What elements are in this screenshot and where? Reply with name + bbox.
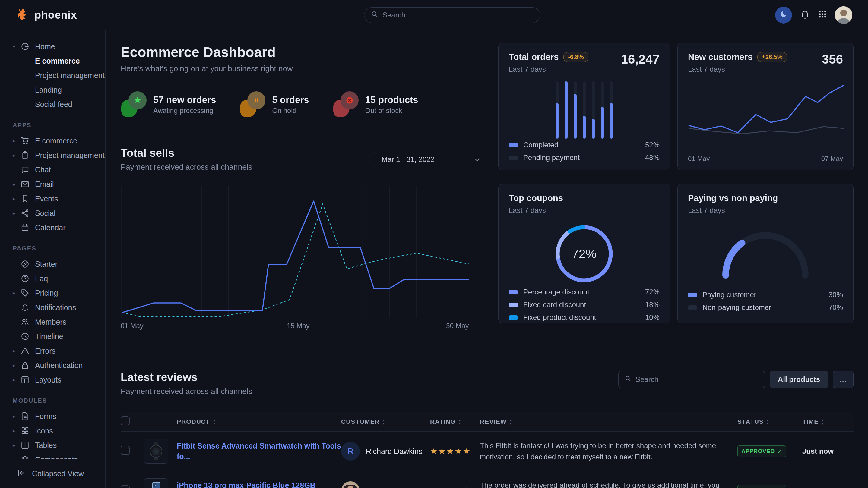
- sidebar-item-label: Chat: [35, 165, 51, 174]
- reviews-search-input[interactable]: [636, 375, 758, 384]
- top-coupons-title: Top coupons: [509, 193, 660, 203]
- customer-avatar[interactable]: [341, 481, 360, 488]
- more-options-button[interactable]: ...: [833, 371, 854, 388]
- legend-label: Percentage discount: [523, 288, 589, 296]
- column-header-customer[interactable]: CUSTOMER▴▾: [341, 418, 430, 425]
- user-avatar[interactable]: [835, 6, 852, 24]
- global-search[interactable]: [364, 7, 540, 23]
- bar-track: [610, 82, 613, 139]
- reviews-search[interactable]: [618, 371, 765, 388]
- sidebar-item-starter[interactable]: Starter: [0, 257, 105, 271]
- sidebar-item-errors[interactable]: ▸Errors: [0, 344, 105, 358]
- caret-right-icon: ▸: [13, 210, 21, 217]
- sidebar-subitem-project-management[interactable]: Project management: [0, 68, 105, 83]
- sidebar-item-home[interactable]: ▾Home: [0, 39, 105, 54]
- column-header-status[interactable]: STATUS▴▾: [737, 418, 802, 425]
- total-sells-title: Total sells: [121, 147, 252, 159]
- sidebar-item-calendar[interactable]: Calendar: [0, 220, 105, 235]
- customer-avatar[interactable]: R: [341, 442, 360, 461]
- sidebar-item-tables[interactable]: ▸Tables: [0, 438, 105, 452]
- apps-grid-button[interactable]: [818, 10, 827, 21]
- sidebar-item-components[interactable]: ▸Components: [0, 452, 105, 459]
- table-row: 17:8Fitbit Sense Advanced Smartwatch wit…: [121, 432, 854, 471]
- sidebar-item-label: Events: [35, 194, 58, 203]
- lock-icon: [21, 361, 30, 370]
- sidebar-item-project-management[interactable]: ▸Project management: [0, 148, 105, 162]
- sort-icon: ▴▾: [822, 418, 824, 425]
- sidebar-subitem-e-commerce[interactable]: E commerce: [0, 54, 105, 68]
- caret-right-icon: ▸: [13, 196, 21, 202]
- status-badge: APPROVED✓: [737, 446, 786, 457]
- all-products-button[interactable]: All products: [770, 371, 828, 388]
- caret-right-icon: ▸: [13, 428, 21, 434]
- sidebar-item-events[interactable]: ▸Events: [0, 191, 105, 206]
- sidebar-item-label: Authentication: [35, 361, 83, 370]
- sidebar-section-label: APPS: [0, 111, 105, 133]
- sidebar-item-label: Tables: [35, 441, 57, 450]
- sidebar-subitem-social-feed[interactable]: Social feed: [0, 97, 105, 111]
- sidebar-item-icons[interactable]: ▸Icons: [0, 423, 105, 438]
- legend-swatch: [688, 293, 697, 297]
- search-icon: [625, 375, 631, 384]
- new-customers-label-right: 07 May: [821, 155, 843, 163]
- sidebar-item-members[interactable]: Members: [0, 315, 105, 329]
- reviews-table: PRODUCT▴▾CUSTOMER▴▾RATING▴▾REVIEW▴▾STATU…: [121, 412, 854, 488]
- theme-toggle-button[interactable]: [775, 7, 792, 24]
- bar-fill: [556, 103, 559, 139]
- stat-circle-icon: [128, 91, 147, 109]
- sidebar-item-layouts[interactable]: ▸Layouts: [0, 372, 105, 387]
- legend-row: Completed52%: [509, 139, 660, 151]
- notifications-button[interactable]: [800, 9, 810, 21]
- stat-out-of-stock: 15 productsOut of stock: [333, 91, 418, 119]
- sidebar-item-notifications[interactable]: Notifications: [0, 300, 105, 315]
- new-customers-title: New customers: [688, 52, 752, 62]
- sidebar-item-pricing[interactable]: ▸Pricing: [0, 286, 105, 300]
- column-header-rating[interactable]: RATING▴▾: [430, 418, 480, 425]
- sidebar-section-label: PAGES: [0, 235, 105, 257]
- sidebar-item-faq[interactable]: Faq: [0, 271, 105, 286]
- brand-logo[interactable]: phoenix: [16, 7, 77, 23]
- sidebar-item-email[interactable]: ▸Email: [0, 177, 105, 191]
- date-range-select[interactable]: Mar 1 - 31, 2022: [374, 151, 486, 168]
- product-link[interactable]: iPhone 13 pro max-Pacific Blue-128GB sto…: [177, 481, 315, 488]
- product-thumbnail[interactable]: 17:8: [144, 439, 168, 464]
- bar-track: [556, 82, 559, 139]
- review-text: This Fitbit is fantastic! I was trying t…: [480, 440, 737, 462]
- legend-value: 18%: [645, 300, 660, 309]
- sidebar-item-e-commerce[interactable]: ▸E commerce: [0, 133, 105, 148]
- sidebar-subitem-landing[interactable]: Landing: [0, 83, 105, 97]
- select-all-checkbox[interactable]: [121, 416, 130, 425]
- customer-cell: Ashley Garrett: [341, 481, 430, 488]
- new-customers-value: 356: [822, 52, 843, 67]
- legend-row: Fixed card discount18%: [509, 298, 660, 311]
- legend-swatch: [688, 305, 697, 310]
- legend-swatch: [509, 143, 518, 148]
- sidebar-submenu: E commerceProject managementLandingSocia…: [0, 54, 105, 111]
- users-icon: [21, 317, 30, 326]
- row-checkbox[interactable]: [121, 446, 130, 455]
- sidebar-item-label: Email: [35, 180, 54, 189]
- pie-chart-icon: [21, 42, 30, 51]
- total-orders-card: Total orders -6.8% Last 7 days 16,247 Co…: [498, 43, 670, 170]
- legend-swatch: [509, 315, 518, 320]
- bar-track: [583, 82, 586, 139]
- column-header-time[interactable]: TIME▴▾: [802, 418, 854, 425]
- search-input[interactable]: [382, 11, 533, 19]
- product-link[interactable]: Fitbit Sense Advanced Smartwatch with To…: [177, 442, 341, 461]
- sidebar-item-forms[interactable]: ▸Forms: [0, 409, 105, 423]
- column-header-review[interactable]: REVIEW▴▾: [480, 418, 737, 425]
- sidebar-item-chat[interactable]: Chat: [0, 162, 105, 177]
- sidebar-item-social[interactable]: ▸Social: [0, 206, 105, 220]
- collapse-view-button[interactable]: Collapsed View: [0, 459, 105, 488]
- donut-center-value: 72%: [552, 222, 616, 286]
- sidebar-item-timeline[interactable]: Timeline: [0, 329, 105, 344]
- row-checkbox[interactable]: [121, 485, 130, 488]
- sidebar-item-authentication[interactable]: ▸Authentication: [0, 358, 105, 372]
- bar-fill: [565, 82, 568, 139]
- product-thumbnail[interactable]: [144, 478, 168, 488]
- total-orders-badge: -6.8%: [563, 52, 588, 62]
- total-orders-legend: Completed52%Pending payment48%: [509, 139, 660, 164]
- column-header-label: CUSTOMER: [341, 418, 380, 425]
- top-coupons-period: Last 7 days: [509, 206, 660, 215]
- column-header-product[interactable]: PRODUCT▴▾: [177, 418, 341, 425]
